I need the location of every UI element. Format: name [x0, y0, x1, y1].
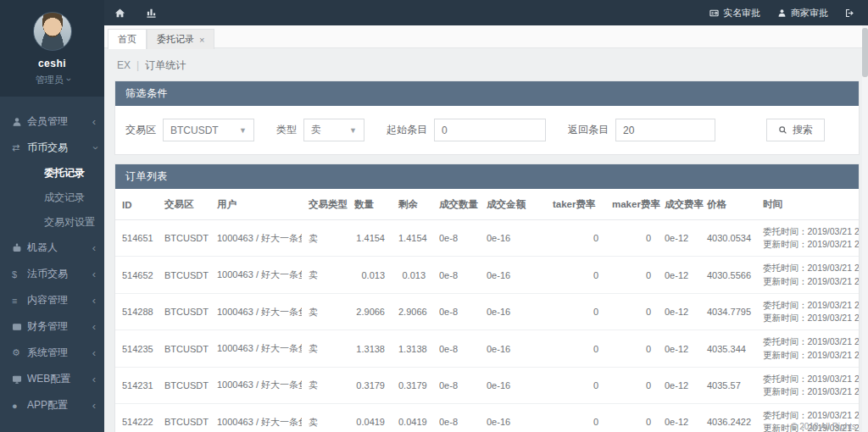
cell-deal-money: 0e-16: [480, 367, 546, 403]
entrust-time: 委托时间：2019/03/21 21:20: [763, 335, 852, 348]
circle-icon: ●: [12, 401, 27, 411]
order-list-title: 订单列表: [115, 164, 859, 189]
sidebar-submenu: 委托记录 成交记录 交易对设置: [0, 161, 104, 235]
sidebar-item-app-config[interactable]: ● APP配置 ‹: [0, 392, 104, 418]
user-icon: [777, 8, 787, 18]
update-time: 更新时间：2019/03/21 21:20: [763, 385, 852, 398]
cell-zone: BTCUSDT: [158, 257, 210, 293]
logout-button[interactable]: [838, 8, 861, 18]
avatar[interactable]: [33, 12, 72, 51]
col-deal-money: 成交金额: [480, 189, 546, 220]
sidebar-item-system[interactable]: ⚙ 系统管理 ‹: [0, 340, 104, 366]
table-header-row: ID 交易区 用户 交易类型 数量 剩余 成交数量 成交金额 taker费率 m…: [115, 189, 859, 220]
limit-input[interactable]: [615, 119, 715, 141]
cell-maker-fee: 0: [605, 330, 658, 367]
cell-deal-money: 0e-16: [480, 220, 546, 257]
cell-zone: BTCUSDT: [158, 220, 210, 257]
cell-type: 卖: [302, 367, 348, 403]
breadcrumb-separator: |: [136, 59, 139, 71]
sidebar-item-deal-records[interactable]: 成交记录: [0, 186, 104, 210]
exchange-icon: ⇄: [12, 142, 27, 153]
scrollbar[interactable]: [862, 25, 868, 432]
list-icon: ≡: [12, 296, 27, 306]
cell-deal-money: 0e-16: [480, 293, 546, 330]
cell-deal-fee: 0e-12: [658, 330, 700, 367]
cell-time: 委托时间：2019/03/21 21:22 更新时间：2019/03/21 21…: [756, 293, 859, 330]
merchant-approval-button[interactable]: 商家审批: [771, 7, 835, 19]
start-input[interactable]: [434, 119, 546, 141]
cell-maker-fee: 0: [605, 293, 658, 330]
cell-amount: 0.3179: [348, 367, 392, 403]
sidebar-item-coin-trade[interactable]: ⇄ 币币交易 ‹: [0, 135, 104, 161]
sidebar-item-content[interactable]: ≡ 内容管理 ‹: [0, 287, 104, 313]
cell-amount: 1.4154: [348, 220, 392, 257]
chevron-left-icon: ‹: [92, 374, 96, 385]
home-icon[interactable]: [104, 8, 136, 19]
cell-id: 514652: [115, 257, 158, 293]
cell-id: 514651: [115, 220, 158, 257]
sidebar-item-pair-settings[interactable]: 交易对设置: [0, 210, 104, 235]
sidebar-item-entrust-records[interactable]: 委托记录: [0, 161, 104, 186]
chevron-left-icon: ‹: [92, 269, 96, 280]
close-icon[interactable]: ×: [199, 35, 204, 45]
filter-panel-title: 筛选条件: [115, 81, 859, 106]
sidebar-item-members[interactable]: 会员管理 ‹: [0, 108, 104, 135]
cell-type: 卖: [302, 220, 348, 257]
chevron-down-icon: ‹: [88, 146, 99, 149]
entrust-time: 委托时间：2019/03/21 21:32: [763, 262, 852, 274]
search-icon: [778, 125, 787, 135]
cell-price: 4030.5566: [700, 257, 756, 293]
col-deal-fee: 成交费率: [658, 189, 700, 220]
col-remain: 剩余: [392, 189, 432, 220]
cell-maker-fee: 0: [605, 367, 658, 403]
cell-deal-fee: 0e-12: [658, 404, 700, 432]
cell-remain: 0.013: [392, 257, 432, 293]
cell-amount: 1.3138: [348, 330, 392, 367]
cell-taker-fee: 0: [546, 257, 605, 293]
search-button[interactable]: 搜索: [766, 119, 825, 141]
col-time: 时间: [756, 189, 859, 220]
tab-entrust-records[interactable]: 委托记录×: [147, 29, 214, 49]
cell-deal-amount: 0e-8: [432, 367, 480, 403]
zone-select[interactable]: BTCUSDT ▼: [163, 119, 254, 141]
cell-id: 514222: [115, 404, 158, 432]
sidebar-item-robot[interactable]: 机器人 ‹: [0, 235, 104, 261]
wallet-icon: [12, 322, 27, 332]
filter-panel: 筛选条件 交易区 BTCUSDT ▼ 类型 卖 ▼ 起始条目 返回条目 搜索: [114, 80, 860, 155]
cell-type: 卖: [302, 257, 348, 293]
cell-deal-amount: 0e-8: [432, 330, 480, 367]
screen-icon[interactable]: [136, 8, 167, 19]
table-row: 514651 BTCUSDT 1000463 / 好大一条鱼 卖 1.4154 …: [115, 220, 859, 257]
cell-zone: BTCUSDT: [158, 330, 210, 367]
sidebar-item-finance[interactable]: 财务管理 ‹: [0, 313, 104, 340]
table-row: 514652 BTCUSDT 1000463 / 好大一条鱼 卖 0.013 0…: [115, 257, 859, 293]
role-dropdown[interactable]: 管理员 ‹: [7, 74, 97, 86]
cell-deal-amount: 0e-8: [432, 404, 480, 432]
cell-time: 委托时间：2019/03/21 21:20 更新时间：2019/03/21 21…: [756, 367, 859, 403]
sidebar-item-fiat-trade[interactable]: $ 法币交易 ‹: [0, 261, 104, 287]
type-select[interactable]: 卖 ▼: [303, 119, 364, 141]
table-row: 514222 BTCUSDT 1000463 / 好大一条鱼 卖 0.0419 …: [115, 404, 859, 432]
cell-user: 1000463 / 好大一条鱼: [210, 220, 302, 257]
cell-user: 1000463 / 好大一条鱼: [210, 330, 302, 367]
cell-deal-money: 0e-16: [480, 257, 546, 293]
tab-home[interactable]: 首页: [108, 29, 147, 49]
cell-zone: BTCUSDT: [158, 293, 210, 330]
scrollbar-thumb[interactable]: [862, 28, 868, 77]
sidebar-item-web-config[interactable]: WEB配置 ‹: [0, 366, 104, 392]
breadcrumb-section: EX: [117, 59, 131, 71]
order-table: ID 交易区 用户 交易类型 数量 剩余 成交数量 成交金额 taker费率 m…: [115, 189, 859, 432]
cell-remain: 2.9066: [392, 293, 432, 330]
realname-approval-button[interactable]: 实名审批: [703, 7, 767, 19]
navbar-right: 实名审批 商家审批: [703, 7, 868, 19]
cell-id: 514288: [115, 293, 158, 330]
sidebar: ceshi 管理员 ‹ 会员管理 ‹ ⇄ 币币交易 ‹ 委托记录 成交记录 交易…: [0, 0, 104, 432]
cell-price: 4034.7795: [700, 293, 756, 330]
cell-maker-fee: 0: [605, 220, 658, 257]
col-user: 用户: [210, 189, 302, 220]
table-row: 514231 BTCUSDT 1000463 / 好大一条鱼 卖 0.3179 …: [115, 367, 859, 403]
cell-type: 卖: [302, 293, 348, 330]
cell-maker-fee: 0: [605, 404, 658, 432]
table-row: 514288 BTCUSDT 1000463 / 好大一条鱼 卖 2.9066 …: [115, 293, 859, 330]
sidebar-menu: 会员管理 ‹ ⇄ 币币交易 ‹ 委托记录 成交记录 交易对设置 机器人 ‹ $ …: [0, 108, 104, 418]
